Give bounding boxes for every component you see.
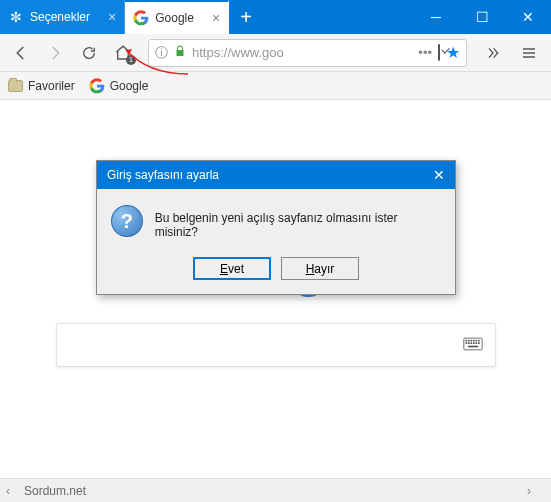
- url-text: https://www.goo: [192, 45, 412, 60]
- svg-rect-11: [475, 342, 477, 344]
- dialog-no-button[interactable]: Hayır: [281, 257, 359, 280]
- svg-rect-5: [475, 339, 477, 341]
- bookmarks-folder[interactable]: Favoriler: [8, 79, 75, 93]
- lock-icon: [174, 44, 186, 61]
- close-icon[interactable]: ×: [108, 9, 116, 25]
- svg-rect-4: [473, 339, 475, 341]
- svg-rect-9: [470, 342, 472, 344]
- svg-rect-7: [465, 342, 467, 344]
- window-close-button[interactable]: ✕: [505, 0, 551, 34]
- homepage-dialog: Giriş sayfasını ayarla ✕ ? Bu belgenin y…: [96, 160, 456, 295]
- nav-toolbar: 1 ⓘ https://www.goo ••• ★: [0, 34, 551, 72]
- home-button[interactable]: 1: [108, 38, 138, 68]
- status-left-arrow-icon[interactable]: ‹: [6, 484, 24, 498]
- svg-rect-1: [465, 339, 467, 341]
- status-text: Sordum.net: [24, 484, 86, 498]
- tab-google[interactable]: Google ×: [125, 0, 229, 34]
- tab-google-label: Google: [155, 11, 194, 25]
- arrow-left-icon: [12, 44, 30, 62]
- gear-icon: ✼: [8, 9, 24, 25]
- reload-icon: [81, 45, 97, 61]
- status-right-arrow-icon[interactable]: ›: [527, 484, 545, 498]
- forward-button[interactable]: [40, 38, 70, 68]
- dialog-title-text: Giriş sayfasını ayarla: [107, 168, 219, 182]
- pocket-icon[interactable]: [438, 45, 440, 60]
- hamburger-button[interactable]: [513, 37, 545, 69]
- home-badge-icon: 1: [126, 55, 136, 65]
- bookmark-google-label: Google: [110, 79, 149, 93]
- svg-rect-6: [478, 339, 480, 341]
- dialog-yes-button[interactable]: Evet: [193, 257, 271, 280]
- svg-rect-3: [470, 339, 472, 341]
- keyboard-icon[interactable]: [463, 337, 483, 354]
- question-icon: ?: [111, 205, 143, 237]
- google-favicon-icon: [89, 78, 105, 94]
- maximize-button[interactable]: ☐: [459, 0, 505, 34]
- search-input[interactable]: [69, 337, 463, 354]
- svg-rect-12: [478, 342, 480, 344]
- bookmark-google[interactable]: Google: [89, 78, 149, 94]
- new-tab-button[interactable]: +: [229, 0, 263, 34]
- dialog-close-button[interactable]: ✕: [433, 167, 445, 183]
- bookmarks-bar: Favoriler Google: [0, 72, 551, 100]
- more-icon[interactable]: •••: [418, 45, 432, 60]
- search-box[interactable]: [56, 323, 496, 367]
- dialog-message: Bu belgenin yeni açılış sayfanız olmasın…: [155, 205, 441, 239]
- minimize-button[interactable]: ─: [413, 0, 459, 34]
- window-titlebar: ✼ Seçenekler × Google × + ─ ☐ ✕: [0, 0, 551, 34]
- reload-button[interactable]: [74, 38, 104, 68]
- svg-rect-13: [468, 345, 478, 347]
- svg-rect-10: [473, 342, 475, 344]
- overflow-button[interactable]: [477, 37, 509, 69]
- google-favicon-icon: [133, 10, 149, 26]
- url-bar[interactable]: ⓘ https://www.goo ••• ★: [148, 39, 467, 67]
- close-icon[interactable]: ×: [212, 10, 220, 26]
- status-bar: ‹ Sordum.net ›: [0, 478, 551, 502]
- svg-rect-2: [468, 339, 470, 341]
- bookmark-star-icon[interactable]: ★: [446, 43, 460, 62]
- arrow-right-icon: [46, 44, 64, 62]
- chevrons-right-icon: [485, 45, 501, 61]
- info-icon[interactable]: ⓘ: [155, 44, 168, 62]
- hamburger-icon: [521, 45, 537, 61]
- back-button[interactable]: [6, 38, 36, 68]
- folder-icon: [8, 80, 23, 92]
- svg-rect-8: [468, 342, 470, 344]
- dialog-titlebar: Giriş sayfasını ayarla ✕: [97, 161, 455, 189]
- tab-options-label: Seçenekler: [30, 10, 90, 24]
- tab-options[interactable]: ✼ Seçenekler ×: [0, 0, 125, 34]
- bookmarks-folder-label: Favoriler: [28, 79, 75, 93]
